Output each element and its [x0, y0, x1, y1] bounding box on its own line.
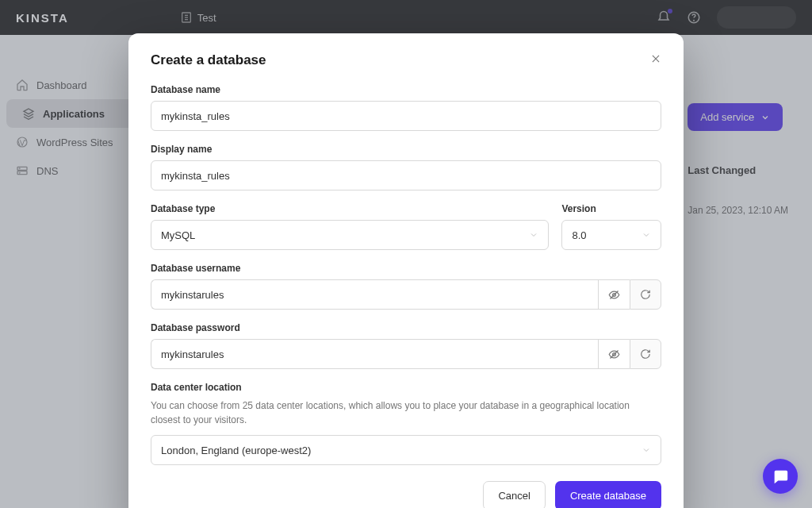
chevron-down-icon	[529, 230, 538, 240]
chat-icon	[772, 468, 789, 485]
chevron-down-icon	[642, 230, 651, 240]
company-icon	[180, 11, 193, 24]
svg-point-10	[19, 172, 20, 173]
regenerate-button[interactable]	[630, 339, 661, 369]
chevron-down-icon	[642, 445, 651, 455]
dc-location-select[interactable]: London, England (europe-west2)	[151, 435, 661, 465]
eye-off-icon	[608, 289, 620, 301]
modal-title: Create a database	[151, 52, 266, 68]
eye-off-icon	[608, 348, 620, 360]
refresh-icon	[640, 348, 651, 360]
sidebar-item-label: DNS	[36, 165, 58, 177]
svg-point-5	[694, 20, 695, 21]
add-service-label: Add service	[700, 111, 754, 123]
chat-widget[interactable]	[763, 459, 798, 494]
breadcrumb[interactable]: Test	[180, 11, 216, 24]
visibility-toggle-button[interactable]	[598, 339, 630, 369]
layers-icon	[22, 107, 35, 120]
logo: KINSTA	[16, 11, 69, 25]
visibility-toggle-button[interactable]	[598, 279, 630, 310]
add-service-button[interactable]: Add service	[688, 103, 783, 131]
version-label: Version	[561, 203, 661, 214]
db-type-value: MySQL	[161, 229, 195, 241]
home-icon	[16, 79, 29, 91]
breadcrumb-company: Test	[197, 12, 216, 24]
svg-point-9	[19, 168, 20, 169]
db-name-label: Database name	[151, 84, 661, 95]
create-database-modal: Create a database Database name Display …	[128, 33, 684, 508]
cancel-button[interactable]: Cancel	[483, 481, 545, 508]
version-select[interactable]: 8.0	[561, 220, 661, 250]
sidebar-item-label: Dashboard	[36, 79, 87, 91]
column-last-changed: Last Changed	[688, 164, 788, 176]
dc-location-help: You can choose from 25 data center locat…	[151, 398, 661, 427]
close-button[interactable]	[650, 53, 661, 67]
account-menu[interactable]	[717, 6, 796, 29]
refresh-icon	[640, 289, 651, 300]
db-username-input[interactable]	[151, 279, 598, 310]
table-cell-date: Jan 25, 2023, 12:10 AM	[688, 205, 788, 216]
wordpress-icon	[16, 136, 29, 148]
dc-location-value: London, England (europe-west2)	[161, 444, 311, 456]
sidebar-item-label: Applications	[43, 108, 105, 120]
chevron-down-icon	[760, 113, 770, 122]
create-database-button[interactable]: Create database	[555, 481, 661, 508]
db-name-input[interactable]	[151, 101, 661, 131]
db-password-label: Database password	[151, 322, 661, 333]
version-value: 8.0	[572, 229, 586, 241]
db-type-label: Database type	[151, 203, 549, 214]
dc-location-label: Data center location	[151, 382, 661, 393]
close-icon	[650, 53, 661, 64]
notifications-icon[interactable]	[657, 10, 671, 25]
display-name-label: Display name	[151, 144, 661, 155]
sidebar-item-label: WordPress Sites	[36, 137, 113, 148]
dns-icon	[16, 164, 29, 177]
regenerate-button[interactable]	[630, 279, 661, 310]
help-icon[interactable]	[687, 10, 701, 25]
db-username-label: Database username	[151, 263, 661, 274]
db-password-input[interactable]	[151, 339, 598, 369]
db-type-select[interactable]: MySQL	[151, 220, 549, 250]
display-name-input[interactable]	[151, 160, 661, 190]
